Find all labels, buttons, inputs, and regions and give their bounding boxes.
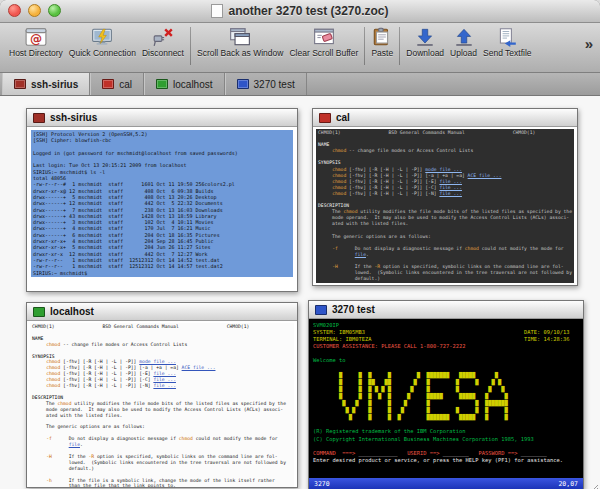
panel-ssh-sirius-titlebar[interactable]: ssh-sirius	[27, 109, 297, 127]
paste-button[interactable]: Paste	[368, 26, 396, 59]
panel-ssh-sirius: ssh-sirius [SSH] Protocol Version 2 (Ope…	[26, 108, 298, 292]
clear-scroll-buffer-label: Clear Scroll Buffer	[289, 48, 358, 58]
tab-localhost-terminal-icon	[156, 79, 168, 89]
clear-scroll-buffer-icon	[313, 27, 335, 47]
localhost-terminal-text: CHMOD(1) BSD General Commands Manual CHM…	[30, 323, 294, 487]
window-titlebar[interactable]: another 3270 test (3270.zoc)	[0, 0, 600, 23]
panel-localhost-title: localhost	[50, 306, 94, 317]
tab-cal-label: cal	[119, 79, 132, 90]
download-button[interactable]: Download	[403, 26, 447, 59]
send-textfile-button[interactable]: Send Textfile	[480, 26, 535, 59]
window-title: another 3270 test (3270.zoc)	[211, 4, 388, 18]
traffic-lights	[8, 4, 61, 17]
cal-terminal-text: CHMOD(1) BSD General Commands Manual CHM…	[316, 129, 574, 283]
toolbar-separator	[190, 27, 191, 65]
toolbar: @ Host Directory Quick Connection Discon…	[0, 23, 600, 73]
panel-cal-terminal-icon	[319, 113, 331, 123]
tab-ssh-sirius-label: ssh-sirius	[31, 79, 78, 90]
send-textfile-icon	[496, 27, 518, 47]
tab-3270-test[interactable]: 3270 test	[225, 73, 307, 95]
paste-icon	[371, 27, 393, 47]
zoom-button[interactable]	[48, 4, 61, 17]
send-textfile-label: Send Textfile	[483, 48, 532, 58]
panel-3270-test-title: 3270 test	[332, 304, 375, 315]
tab-3270-test-terminal-icon	[237, 79, 249, 89]
panel-cal: cal CHMOD(1) BSD General Commands Manual…	[312, 108, 578, 286]
disconnect-icon	[152, 27, 174, 47]
tab-ssh-sirius[interactable]: ssh-sirius	[2, 73, 90, 95]
disconnect-label: Disconnect	[142, 48, 184, 58]
scrollback-window-button[interactable]: Scroll Back as Window	[194, 26, 286, 59]
paste-label: Paste	[371, 48, 393, 58]
panel-ssh-sirius-screen[interactable]: [SSH] Protocol Version 2 (OpenSSH,5.2)[S…	[27, 127, 297, 291]
upload-button[interactable]: Upload	[447, 26, 480, 59]
toolbar-separator	[399, 27, 400, 65]
upload-icon	[453, 27, 475, 47]
panel-localhost-screen[interactable]: CHMOD(1) BSD General Commands Manual CHM…	[27, 321, 297, 487]
resize-grip[interactable]	[587, 482, 599, 489]
session-tabbar: ssh-sirius cal localhost 3270 test	[0, 73, 600, 96]
disconnect-button[interactable]: Disconnect	[139, 26, 187, 59]
host-directory-icon: @	[25, 27, 47, 47]
app-window: another 3270 test (3270.zoc) @ Host Dire…	[0, 0, 600, 489]
quick-connection-icon	[91, 27, 113, 47]
panel-localhost-titlebar[interactable]: localhost	[27, 303, 297, 321]
panel-cal-title: cal	[336, 112, 350, 123]
close-button[interactable]	[8, 4, 21, 17]
panel-cal-titlebar[interactable]: cal	[313, 109, 577, 127]
panel-3270-test-screen[interactable]: SVM020IPSYSTEM: IBM05MB3 DATE: 09/10/13T…	[309, 319, 583, 489]
terminal-3270-statusbar: 3270 20,07	[309, 478, 583, 489]
upload-label: Upload	[450, 48, 477, 58]
minimize-button[interactable]	[28, 4, 41, 17]
panel-3270-test-titlebar[interactable]: 3270 test	[309, 301, 583, 319]
session-tile-area: ssh-sirius [SSH] Protocol Version 2 (Ope…	[0, 96, 600, 489]
tab-ssh-sirius-terminal-icon	[14, 79, 26, 89]
terminal-3270-status-right: 20,07	[558, 480, 578, 488]
scrollback-window-label: Scroll Back as Window	[197, 48, 283, 58]
panel-localhost-terminal-icon	[33, 307, 45, 317]
download-label: Download	[406, 48, 444, 58]
host-directory-button[interactable]: @ Host Directory	[6, 26, 66, 59]
toolbar-separator	[364, 27, 365, 65]
panel-3270-test: 3270 test SVM020IPSYSTEM: IBM05MB3 DATE:…	[308, 300, 584, 489]
terminal-3270-text: SVM020IPSYSTEM: IBM05MB3 DATE: 09/10/13T…	[309, 319, 583, 478]
svg-text:@: @	[30, 32, 42, 46]
tab-cal[interactable]: cal	[90, 73, 144, 95]
panel-3270-test-terminal-icon	[315, 305, 327, 315]
tab-3270-test-label: 3270 test	[254, 79, 295, 90]
window-title-text: another 3270 test (3270.zoc)	[228, 4, 388, 18]
terminal-3270-status-left: 3270	[314, 480, 330, 488]
tab-localhost-label: localhost	[173, 79, 212, 90]
panel-localhost: localhost CHMOD(1) BSD General Commands …	[26, 302, 298, 488]
scrollback-window-icon	[229, 27, 251, 47]
panel-ssh-sirius-title: ssh-sirius	[50, 112, 97, 123]
panel-ssh-sirius-terminal-icon	[33, 113, 45, 123]
tab-cal-terminal-icon	[102, 79, 114, 89]
quick-connection-button[interactable]: Quick Connection	[66, 26, 139, 59]
panel-cal-screen[interactable]: CHMOD(1) BSD General Commands Manual CHM…	[313, 127, 577, 285]
ssh-terminal-text: [SSH] Protocol Version 2 (OpenSSH,5.2)[S…	[31, 130, 293, 277]
host-directory-label: Host Directory	[9, 48, 63, 58]
clear-scroll-buffer-button[interactable]: Clear Scroll Buffer	[286, 26, 361, 59]
download-icon	[414, 27, 436, 47]
quick-connection-label: Quick Connection	[69, 48, 136, 58]
window-proxy-icon	[211, 4, 223, 18]
tab-localhost[interactable]: localhost	[144, 73, 224, 95]
toolbar-overflow-chevron[interactable]: »	[583, 35, 595, 52]
